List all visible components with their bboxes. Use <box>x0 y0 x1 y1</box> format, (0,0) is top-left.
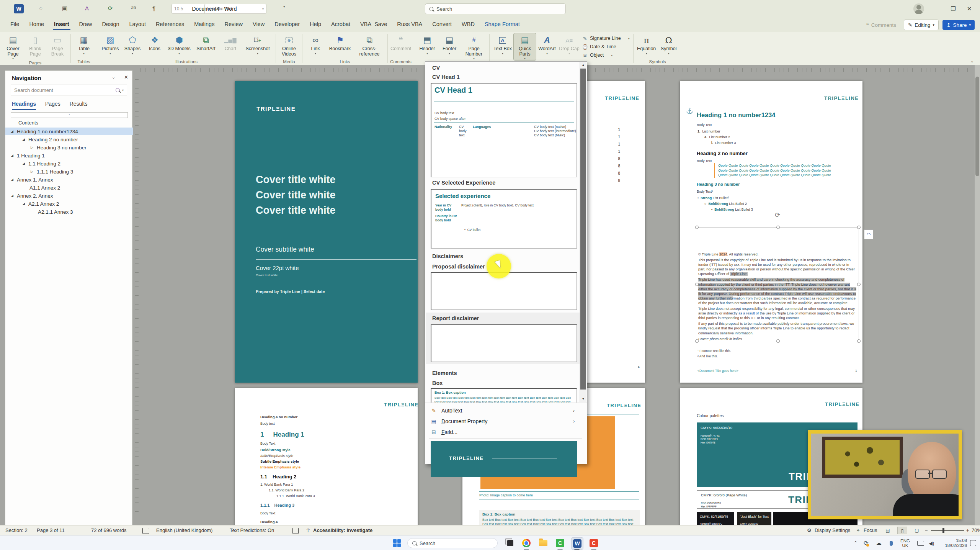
rotate-handle-icon[interactable]: ⟳ <box>775 211 780 219</box>
page-cover[interactable]: TRIPLΞLINE Cover title white Cover title… <box>235 81 418 383</box>
smartart-button[interactable]: ⧉SmartArt <box>193 33 219 52</box>
nav-search-box[interactable]: Search document ▾ <box>11 85 127 95</box>
status-section[interactable]: Section: 2 <box>5 527 28 533</box>
share-button[interactable]: ↥Share▾ <box>942 20 975 30</box>
status-word-count[interactable]: 72 of 696 words <box>91 527 127 533</box>
status-text-predictions[interactable]: Text Predictions: On <box>230 527 274 533</box>
nav-item-a211-annex3[interactable]: A2.1.1 Annex 3 <box>5 208 133 216</box>
nav-scroll-box[interactable]: ▪ <box>11 112 128 118</box>
nav-item-heading3-no-number[interactable]: ▷Heading 3 no number <box>5 144 133 151</box>
zoom-slider-track[interactable] <box>931 530 964 531</box>
selection-tool-icon[interactable]: ◌ <box>39 5 42 11</box>
nav-chevron-down-icon[interactable]: ⌄ <box>112 75 115 80</box>
status-display-settings[interactable]: Display Settings <box>815 527 850 533</box>
page-style-demo[interactable]: TRIPLΞLINE Heading 4 no number Body text… <box>235 388 418 525</box>
quick-access-overflow-icon[interactable]: ▾ <box>283 4 285 8</box>
screenshot-button[interactable]: ⌑+Screenshot▾ <box>242 33 274 55</box>
link-button[interactable]: ∞Link▾ <box>304 33 327 55</box>
tab-draw[interactable]: Draw <box>74 18 97 30</box>
signature-line-button[interactable]: ✎Signature Line▾ <box>582 34 630 43</box>
cast-screen-icon[interactable] <box>917 536 924 550</box>
sync-icon[interactable]: ⟳ <box>864 536 869 550</box>
tab-vba-save[interactable]: VBA_Save <box>355 18 392 30</box>
screenshot-tool-icon[interactable]: ▣ <box>62 5 67 12</box>
comments-button[interactable]: ❝Comments <box>862 20 900 30</box>
qp-preview-report-disclaimer[interactable] <box>431 324 577 362</box>
nav-item-11-heading2[interactable]: ◢1.1 Heading 2 <box>5 160 133 167</box>
zoom-slider-thumb[interactable] <box>942 528 944 533</box>
pictures-button[interactable]: ▨Pictures▾ <box>99 33 121 55</box>
web-layout-button[interactable]: ▢ <box>912 527 922 534</box>
status-language[interactable]: English (United Kingdom) <box>156 527 212 533</box>
scroll-up-icon[interactable]: ▲ <box>580 62 586 68</box>
equation-button[interactable]: πEquation▾ <box>635 33 658 55</box>
qp-entry-report-disclaimer[interactable]: Report disclaimer <box>432 315 479 321</box>
app-search-box[interactable]: Search <box>425 3 566 14</box>
tab-home[interactable]: Home <box>24 18 49 30</box>
scroll-thumb[interactable] <box>580 69 586 390</box>
tab-acrobat[interactable]: Acrobat <box>326 18 355 30</box>
menu-item-document-property[interactable]: ▤ Document Property › <box>426 416 579 426</box>
cover-page-button[interactable]: ▤Cover Page▾ <box>2 33 24 60</box>
zoom-in-button[interactable]: + <box>966 527 969 533</box>
nav-tab-headings[interactable]: Headings <box>12 101 36 110</box>
microphone-icon[interactable] <box>890 536 893 550</box>
nav-item-annex1[interactable]: ◢Annex 1. Annex <box>5 176 133 183</box>
footer-button[interactable]: ⬓Footer▾ <box>438 33 461 55</box>
nav-tab-pages[interactable]: Pages <box>45 101 60 110</box>
collapse-ribbon-icon[interactable]: ⌄ <box>970 59 974 64</box>
qp-preview-proposal-disclaimer[interactable] <box>431 272 577 310</box>
menu-item-autotext[interactable]: ✎ AutoText › <box>426 405 579 416</box>
tray-chevron-icon[interactable]: ⌃ <box>854 536 858 550</box>
object-button[interactable]: ⧈Object▾ <box>582 51 630 59</box>
bookmark-button[interactable]: ⚑Bookmark <box>327 33 353 52</box>
refresh-doc-icon[interactable]: ⟳ <box>108 5 113 12</box>
tab-wbd[interactable]: WBD <box>457 18 480 30</box>
tab-help[interactable]: Help <box>305 18 326 30</box>
qp-preview-cover[interactable]: TRIPLΞLINE <box>431 441 577 477</box>
menu-item-field[interactable]: ⊟ Field... <box>426 427 579 437</box>
qp-preview-cv-selected[interactable]: Selected experience Year in CV body bold… <box>431 189 577 249</box>
shapes-button[interactable]: ⬠Shapes▾ <box>121 33 144 55</box>
read-mode-button[interactable]: ▤ <box>883 527 893 534</box>
recorder-icon[interactable]: C <box>588 537 599 549</box>
hyperlink-text[interactable]: as a result of <box>738 311 759 315</box>
qp-entry-cv-selected[interactable]: CV Selected Experience <box>432 180 495 186</box>
layout-options-button[interactable]: ◠ <box>864 229 873 239</box>
print-layout-button[interactable]: ▯ <box>897 527 907 534</box>
word-app-icon[interactable]: W <box>14 4 24 13</box>
onedrive-cloud-icon[interactable]: ☁ <box>876 536 882 550</box>
cross-reference-button[interactable]: ⧉Cross-reference <box>353 33 385 57</box>
word-taskbar-icon[interactable]: W <box>571 537 583 550</box>
font-tool-icon[interactable]: A <box>85 5 89 11</box>
drop-cap-button[interactable]: A≡Drop Cap▾ <box>558 33 580 55</box>
tab-view[interactable]: View <box>248 18 270 30</box>
nav-item-a11-annex2[interactable]: A1.1 Annex 2 <box>5 184 133 192</box>
page-number-button[interactable]: #Page Number▾ <box>461 33 487 60</box>
nav-item-1-heading1[interactable]: ◢1 Heading 1 <box>5 152 133 159</box>
nav-item-111-heading3[interactable]: ▷1.1.1 Heading 3 <box>5 168 133 175</box>
minimize-button[interactable]: ─ <box>929 0 946 18</box>
tab-mailings[interactable]: Mailings <box>189 18 219 30</box>
clock-date[interactable]: 15:0818/02/2026 <box>942 536 967 550</box>
speaker-icon[interactable]: ◀) <box>929 536 934 550</box>
start-button[interactable] <box>391 537 403 549</box>
taskbar-search[interactable]: Search <box>407 538 498 548</box>
tab-references[interactable]: References <box>151 18 189 30</box>
editor-icon[interactable] <box>292 528 299 534</box>
page-styles[interactable]: TRIPLΞLINE ⚓ Heading 1 no number1234 Bod… <box>680 81 862 383</box>
nav-item-heading2-no-number[interactable]: ◢Heading 2 no number <box>5 136 133 143</box>
tab-file[interactable]: File <box>5 18 24 30</box>
icons-button[interactable]: ❖Icons <box>144 33 166 52</box>
zoom-out-button[interactable]: − <box>925 527 928 533</box>
qp-preview-cv-head1[interactable]: CV Head 1 CV body text CV body space aft… <box>431 83 577 177</box>
nav-close-icon[interactable]: ✕ <box>124 74 128 80</box>
online-videos-button[interactable]: ⊕Online Videos <box>278 33 300 57</box>
nav-item-annex2[interactable]: ◢Annex 2. Annex <box>5 192 133 200</box>
document-scrollbar[interactable] <box>975 65 980 525</box>
qp-entry-proposal-disclaimer[interactable]: Proposal disclaimer <box>432 264 485 270</box>
notifications-icon[interactable] <box>970 536 976 550</box>
tab-review[interactable]: Review <box>219 18 248 30</box>
account-avatar[interactable] <box>913 3 924 14</box>
date-time-button[interactable]: ⌚Date & Time <box>582 43 630 51</box>
